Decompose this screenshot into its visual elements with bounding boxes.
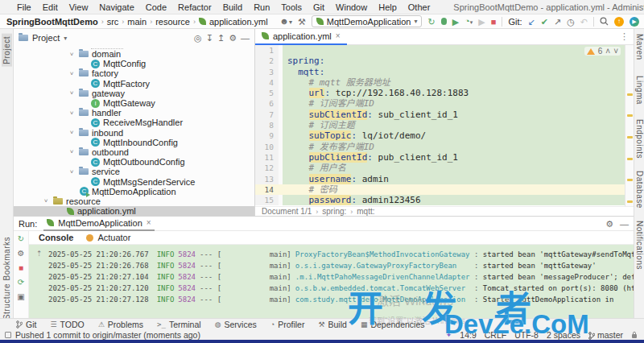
chevron-down-icon[interactable]: ˅ (68, 168, 76, 176)
gear-icon[interactable]: ⚙ (229, 32, 237, 43)
menu-git[interactable]: Git (308, 2, 330, 12)
run-button[interactable]: ↻ (427, 16, 435, 27)
tree-item-outbound[interactable]: ˅outbound (14, 147, 254, 157)
thread-dump-icon[interactable]: ▣ (17, 291, 24, 303)
project-view-select[interactable]: Project (32, 33, 60, 43)
chevron-down-icon[interactable]: ˅ (68, 129, 76, 136)
hide-panel-icon[interactable]: — (241, 32, 250, 43)
ide-update-icon[interactable]: ↑ (614, 17, 624, 27)
line-separator[interactable]: CRLF (485, 330, 506, 340)
user-icon[interactable]: ☻▾ (279, 15, 292, 28)
editor-line[interactable]: 5 url: tcp://192.168.40.128:1883 (255, 88, 634, 98)
history-button[interactable]: ◷ (567, 16, 575, 27)
chevron-down-icon[interactable]: ˅ (68, 89, 76, 97)
tree-item-handler[interactable]: ˅handler (14, 108, 254, 118)
build-hammer-icon[interactable]: ⚒ (298, 16, 306, 27)
editor-content[interactable]: 1 2spring: 3 mqtt: 4 # mqtt 服务器地址 5 url:… (255, 45, 634, 206)
warning-mark[interactable] (627, 158, 633, 160)
breadcrumb-main[interactable]: main (127, 17, 147, 27)
breadcrumb-src[interactable]: src (107, 17, 119, 27)
menu-navigate[interactable]: Navigate (93, 2, 139, 12)
warning-mark[interactable] (627, 136, 633, 138)
toolwindow-dependencies[interactable]: ▦Dependencies (361, 320, 425, 329)
editor-options-icon[interactable]: ⋮ (620, 31, 634, 42)
ai-assistant-icon[interactable]: ▶ (630, 17, 639, 27)
file-encoding[interactable]: UTF-8 (514, 330, 539, 340)
lock-icon[interactable] (631, 331, 638, 339)
tree-item-mqttmsgsenderservice[interactable]: CMqttMsgSenderService (14, 176, 254, 186)
tree-item-gateway[interactable]: ˅gateway (14, 89, 254, 98)
close-tab-icon[interactable]: × (147, 218, 151, 227)
hide-panel-icon[interactable]: — (620, 218, 629, 229)
editor-line[interactable]: 7 subClientId: sub_client_id_1 (255, 110, 634, 120)
tree-item-mqttdemoapplication[interactable]: CMqttDemoApplication (14, 187, 254, 196)
tree-item-inbound[interactable]: ˅inbound (14, 128, 254, 138)
coverage-button[interactable]: ▶ (452, 16, 459, 27)
editor-line[interactable]: 15 password: admin123456 (255, 195, 634, 205)
tab-application-yml[interactable]: application.yml × (255, 29, 347, 45)
edit-configuration-icon[interactable]: ⚙ (18, 248, 25, 259)
tree-item-domain[interactable]: ˅domain (14, 49, 254, 59)
menu-tools[interactable]: Tools (275, 2, 308, 12)
locate-file-icon[interactable]: ◎ (194, 32, 202, 43)
error-stripe[interactable] (625, 45, 634, 206)
menu-file[interactable]: File (11, 2, 37, 12)
breadcrumb-project[interactable]: SpringBootMqttDemo (6, 17, 98, 27)
chevron-down-icon[interactable]: ˅ (68, 110, 76, 117)
editor-line[interactable]: 12 # 用户名 (255, 163, 634, 173)
toolwindow-todo[interactable]: ☰TODO (50, 320, 84, 329)
indent-style[interactable]: 2 spaces (547, 330, 580, 340)
tree-item-mqttinboundconfig[interactable]: CMqttInboundConfig (14, 138, 254, 147)
breadcrumb-file[interactable]: application.yml (209, 17, 268, 27)
toolwindow-services[interactable]: ◍Services (215, 320, 257, 329)
editor-line[interactable]: 4 # mqtt 服务器地址 (255, 77, 634, 88)
menu-build[interactable]: Build (217, 2, 248, 12)
tree-item-resource[interactable]: ˅resource (14, 196, 254, 206)
status-message[interactable]: Pushed 1 commit to origin/master (moment… (15, 330, 200, 340)
chevron-down-icon[interactable]: ˅ (68, 51, 76, 58)
sidebar-item-bookmarks[interactable]: Bookmarks (2, 237, 11, 281)
menu-code[interactable]: Code (140, 2, 172, 12)
editor-line[interactable]: 1 (255, 45, 634, 56)
breadcrumb-resource[interactable]: resource (155, 17, 190, 27)
menu-window[interactable]: Window (330, 2, 373, 12)
console-output[interactable]: ⇡ 2025-05-25 21:20:26.767INFO5824--- [ m… (29, 245, 634, 318)
run-tab-mqttdemoapplication[interactable]: MqttDemoApplication × (43, 217, 154, 231)
tree-item-service[interactable]: ˅service (14, 167, 254, 176)
git-branch[interactable]: master (588, 330, 623, 340)
sidebar-item-maven[interactable]: Maven (635, 34, 644, 60)
sidebar-item-database[interactable]: Database (635, 171, 644, 209)
editor-line[interactable]: 9 subTopic: lq/iot/demo/ (255, 130, 634, 141)
search-icon[interactable] (600, 17, 609, 26)
menu-help[interactable]: Help (373, 2, 402, 12)
editor-line[interactable]: 3 mqtt: (255, 67, 634, 77)
warning-mark[interactable] (627, 179, 633, 181)
layout-icon[interactable] (5, 332, 11, 338)
scroll-up-icon[interactable]: ⇡ (36, 250, 43, 258)
sidebar-item-notifications[interactable]: Notifications (635, 221, 644, 270)
rerun-icon[interactable]: ↻ (18, 233, 24, 245)
toolwindow-terminal[interactable]: >_Terminal (157, 320, 201, 329)
collapse-all-icon[interactable]: ↥ (217, 32, 225, 43)
restart-icon[interactable]: ⟳ (18, 277, 24, 288)
expand-all-icon[interactable]: ↧ (206, 32, 213, 43)
menu-refactor[interactable]: Refactor (172, 2, 217, 12)
close-tab-icon[interactable]: × (336, 31, 341, 40)
git-commit-button[interactable]: ✔ (541, 16, 548, 27)
stop-icon[interactable]: ■ (19, 262, 23, 274)
tree-item-mqttgateway[interactable]: IMqttGateway (14, 98, 254, 108)
next-warning-icon[interactable]: ˅ (613, 47, 618, 56)
editor-line[interactable]: 6 # 订阅客户端ID (255, 98, 634, 109)
tree-item-mqttfactory[interactable]: CMqttFactory (14, 79, 254, 89)
inspection-widget[interactable]: 6 ˄ ˅ (584, 47, 621, 56)
lingma-status-icon[interactable]: ✦ (446, 331, 452, 339)
toolwindow-profiler[interactable]: ◔Profiler (270, 320, 305, 329)
editor-line[interactable]: 13 username: admin (255, 174, 634, 184)
tab-actuator[interactable]: Actuator (86, 233, 130, 242)
editor-line[interactable]: 11 pubClientId: pub_client_id_1 (255, 152, 634, 163)
chevron-down-icon[interactable]: ˅ (42, 197, 50, 205)
menu-edit[interactable]: Edit (37, 2, 64, 12)
tab-console[interactable]: Console (39, 233, 73, 242)
tree-item-receivemsghandler[interactable]: CReceiveMsgHandler (14, 118, 254, 127)
tree-item-factory[interactable]: ˅factory (14, 68, 254, 78)
